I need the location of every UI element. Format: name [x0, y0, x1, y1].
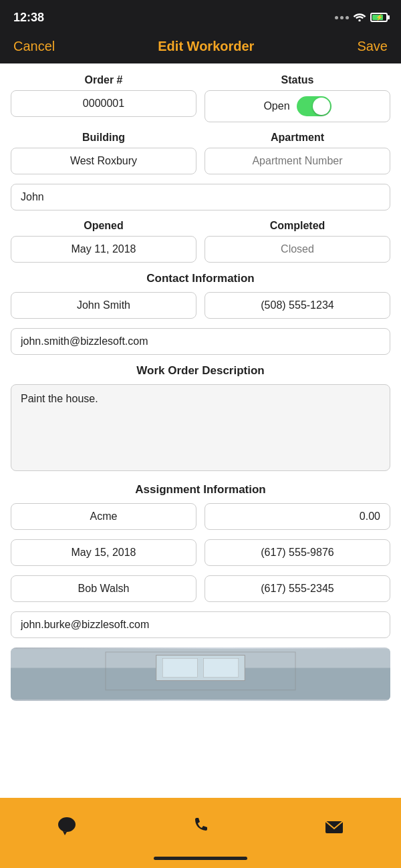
assignment-person-input[interactable]: [11, 575, 196, 602]
svg-marker-8: [63, 831, 67, 835]
contact-name-col: [11, 292, 196, 319]
svg-point-0: [358, 19, 360, 21]
signal-icon: [335, 16, 349, 19]
assignment-phone1-col: [205, 539, 390, 566]
assignment-email-row: [11, 611, 390, 638]
status-col: Status Open: [205, 74, 390, 122]
assignment-cost-input[interactable]: [205, 503, 390, 530]
opened-label: Opened: [84, 220, 124, 232]
status-icons: ⚡: [335, 11, 388, 24]
home-indicator: [0, 851, 401, 868]
completed-input[interactable]: [205, 236, 390, 263]
status-label: Status: [281, 74, 314, 86]
contact-name-input[interactable]: [11, 292, 196, 319]
svg-rect-6: [204, 658, 239, 677]
assignment-date-phone-row: [11, 539, 390, 566]
assignment-company-input[interactable]: [11, 503, 196, 530]
save-button[interactable]: Save: [357, 39, 388, 54]
nav-bar: Cancel Edit Workorder Save: [0, 33, 401, 63]
assignment-date-input[interactable]: [11, 539, 196, 566]
assignment-person-col: [11, 575, 196, 602]
assignment-cost-col: [205, 503, 390, 530]
order-label: Order #: [85, 74, 123, 86]
building-apartment-row: Building Apartment: [11, 132, 390, 174]
assignment-person-phone-row: [11, 575, 390, 602]
assignment-company-col: [11, 503, 196, 530]
opened-input[interactable]: [11, 236, 196, 263]
contact-title: Contact Information: [11, 272, 390, 285]
page-title: Edit Workorder: [158, 39, 254, 54]
chat-tab[interactable]: [55, 814, 79, 838]
building-col: Building: [11, 132, 196, 174]
contact-phone-input[interactable]: [205, 292, 390, 319]
phone-tab[interactable]: [188, 814, 213, 838]
name-input[interactable]: [11, 184, 390, 210]
status-value: Open: [263, 100, 289, 112]
apartment-input[interactable]: [205, 148, 390, 174]
assignment-email-input[interactable]: [11, 611, 390, 638]
assignment-phone2-input[interactable]: [205, 575, 390, 602]
opened-completed-row: Opened Completed: [11, 220, 390, 263]
email-tab[interactable]: [322, 814, 346, 838]
assignment-phone1-input[interactable]: [205, 539, 390, 566]
contact-email-row: [11, 328, 390, 355]
status-toggle[interactable]: [297, 96, 331, 116]
home-bar: [154, 857, 247, 860]
wifi-icon: [353, 11, 366, 24]
apartment-col: Apartment: [205, 132, 390, 174]
assignment-date-col: [11, 539, 196, 566]
completed-label: Completed: [270, 220, 325, 232]
svg-point-7: [58, 817, 76, 832]
assignment-phone2-col: [205, 575, 390, 602]
tab-bar: [0, 798, 401, 851]
status-bar: 12:38 ⚡: [0, 0, 401, 33]
form-content: Order # Status Open Building Apartment: [0, 63, 401, 798]
apartment-label: Apartment: [271, 132, 324, 144]
status-time: 12:38: [13, 11, 44, 25]
contact-name-phone-row: [11, 292, 390, 319]
description-title: Work Order Description: [11, 364, 390, 378]
svg-rect-5: [162, 658, 197, 677]
opened-col: Opened: [11, 220, 196, 263]
assignment-title: Assignment Information: [11, 483, 390, 496]
order-status-row: Order # Status Open: [11, 74, 390, 122]
order-col: Order #: [11, 74, 196, 122]
contact-email-input[interactable]: [11, 328, 390, 355]
building-label: Building: [82, 132, 125, 144]
order-input[interactable]: [11, 90, 196, 117]
photo-preview[interactable]: [11, 647, 390, 701]
name-row: [11, 184, 390, 210]
building-input[interactable]: [11, 148, 196, 174]
toggle-knob: [313, 98, 330, 115]
contact-phone-col: [205, 292, 390, 319]
battery-icon: ⚡: [370, 13, 388, 22]
assignment-company-cost-row: [11, 503, 390, 530]
cancel-button[interactable]: Cancel: [13, 39, 55, 54]
description-textarea[interactable]: [11, 384, 390, 471]
status-row-inner: Open: [205, 90, 390, 122]
completed-col: Completed: [205, 220, 390, 263]
